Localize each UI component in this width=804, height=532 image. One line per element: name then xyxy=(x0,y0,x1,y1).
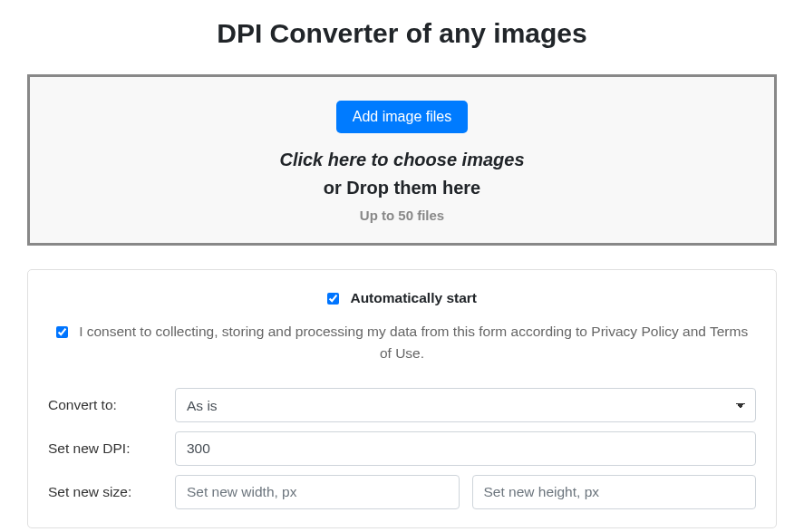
dpi-label: Set new DPI: xyxy=(48,440,175,457)
options-panel: Automatically start I consent to collect… xyxy=(27,269,777,528)
dpi-input[interactable] xyxy=(175,431,756,466)
auto-start-label-wrap[interactable]: Automatically start xyxy=(327,290,477,305)
page-title: DPI Converter of any images xyxy=(27,18,777,49)
auto-start-checkbox[interactable] xyxy=(327,293,339,305)
consent-label-wrap[interactable]: I consent to collecting, storing and pro… xyxy=(56,324,748,361)
add-files-button[interactable]: Add image files xyxy=(336,101,468,133)
convert-to-label: Convert to: xyxy=(48,397,175,413)
size-label: Set new size: xyxy=(48,484,175,500)
dropzone-instruction-1: Click here to choose images xyxy=(48,150,756,170)
auto-start-label: Automatically start xyxy=(350,290,477,305)
consent-label: I consent to collecting, storing and pro… xyxy=(79,324,748,361)
width-input[interactable] xyxy=(175,475,460,509)
height-input[interactable] xyxy=(472,475,757,509)
dropzone-file-limit: Up to 50 files xyxy=(48,208,756,223)
dropzone-instruction-2: or Drop them here xyxy=(48,178,756,198)
upload-dropzone[interactable]: Add image files Click here to choose ima… xyxy=(27,74,777,246)
convert-to-select[interactable]: As is xyxy=(175,388,756,422)
consent-checkbox[interactable] xyxy=(56,326,68,338)
